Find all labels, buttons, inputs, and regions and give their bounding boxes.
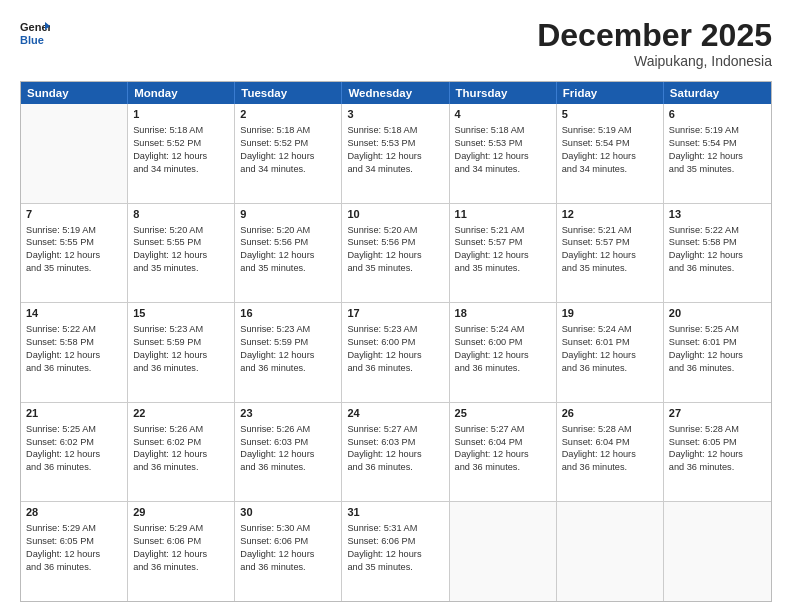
header-thursday: Thursday [450,82,557,104]
cell-info: Sunrise: 5:28 AMSunset: 6:04 PMDaylight:… [562,423,658,475]
cell-info: Sunrise: 5:18 AMSunset: 5:53 PMDaylight:… [347,124,443,176]
cell-info: Sunrise: 5:31 AMSunset: 6:06 PMDaylight:… [347,522,443,574]
empty-cell-0-0 [21,104,128,203]
cell-info: Sunrise: 5:26 AMSunset: 6:02 PMDaylight:… [133,423,229,475]
day-number: 1 [133,107,229,122]
day-number: 20 [669,306,766,321]
day-number: 21 [26,406,122,421]
title-block: December 2025 Waipukang, Indonesia [537,18,772,69]
day-19: 19Sunrise: 5:24 AMSunset: 6:01 PMDayligh… [557,303,664,402]
day-6: 6Sunrise: 5:19 AMSunset: 5:54 PMDaylight… [664,104,771,203]
calendar: SundayMondayTuesdayWednesdayThursdayFrid… [20,81,772,602]
cell-info: Sunrise: 5:18 AMSunset: 5:53 PMDaylight:… [455,124,551,176]
day-5: 5Sunrise: 5:19 AMSunset: 5:54 PMDaylight… [557,104,664,203]
day-number: 10 [347,207,443,222]
day-number: 7 [26,207,122,222]
day-23: 23Sunrise: 5:26 AMSunset: 6:03 PMDayligh… [235,403,342,502]
cell-info: Sunrise: 5:23 AMSunset: 5:59 PMDaylight:… [240,323,336,375]
header-sunday: Sunday [21,82,128,104]
week-row-3: 14Sunrise: 5:22 AMSunset: 5:58 PMDayligh… [21,303,771,403]
day-number: 30 [240,505,336,520]
day-31: 31Sunrise: 5:31 AMSunset: 6:06 PMDayligh… [342,502,449,601]
cell-info: Sunrise: 5:25 AMSunset: 6:01 PMDaylight:… [669,323,766,375]
empty-cell-4-5 [557,502,664,601]
day-number: 19 [562,306,658,321]
day-number: 9 [240,207,336,222]
day-7: 7Sunrise: 5:19 AMSunset: 5:55 PMDaylight… [21,204,128,303]
cell-info: Sunrise: 5:19 AMSunset: 5:54 PMDaylight:… [669,124,766,176]
week-row-2: 7Sunrise: 5:19 AMSunset: 5:55 PMDaylight… [21,204,771,304]
day-number: 12 [562,207,658,222]
day-17: 17Sunrise: 5:23 AMSunset: 6:00 PMDayligh… [342,303,449,402]
day-28: 28Sunrise: 5:29 AMSunset: 6:05 PMDayligh… [21,502,128,601]
day-number: 4 [455,107,551,122]
location: Waipukang, Indonesia [537,53,772,69]
day-10: 10Sunrise: 5:20 AMSunset: 5:56 PMDayligh… [342,204,449,303]
day-number: 18 [455,306,551,321]
day-number: 28 [26,505,122,520]
day-1: 1Sunrise: 5:18 AMSunset: 5:52 PMDaylight… [128,104,235,203]
day-number: 14 [26,306,122,321]
day-number: 11 [455,207,551,222]
day-number: 13 [669,207,766,222]
cell-info: Sunrise: 5:21 AMSunset: 5:57 PMDaylight:… [562,224,658,276]
day-number: 15 [133,306,229,321]
day-number: 17 [347,306,443,321]
day-29: 29Sunrise: 5:29 AMSunset: 6:06 PMDayligh… [128,502,235,601]
month-title: December 2025 [537,18,772,53]
cell-info: Sunrise: 5:20 AMSunset: 5:56 PMDaylight:… [347,224,443,276]
day-number: 3 [347,107,443,122]
day-22: 22Sunrise: 5:26 AMSunset: 6:02 PMDayligh… [128,403,235,502]
cell-info: Sunrise: 5:22 AMSunset: 5:58 PMDaylight:… [669,224,766,276]
cell-info: Sunrise: 5:18 AMSunset: 5:52 PMDaylight:… [133,124,229,176]
week-row-4: 21Sunrise: 5:25 AMSunset: 6:02 PMDayligh… [21,403,771,503]
day-13: 13Sunrise: 5:22 AMSunset: 5:58 PMDayligh… [664,204,771,303]
day-number: 25 [455,406,551,421]
header-monday: Monday [128,82,235,104]
cell-info: Sunrise: 5:27 AMSunset: 6:04 PMDaylight:… [455,423,551,475]
day-16: 16Sunrise: 5:23 AMSunset: 5:59 PMDayligh… [235,303,342,402]
day-4: 4Sunrise: 5:18 AMSunset: 5:53 PMDaylight… [450,104,557,203]
day-number: 31 [347,505,443,520]
logo: General Blue [20,18,50,48]
cell-info: Sunrise: 5:20 AMSunset: 5:56 PMDaylight:… [240,224,336,276]
day-12: 12Sunrise: 5:21 AMSunset: 5:57 PMDayligh… [557,204,664,303]
page-header: General Blue December 2025 Waipukang, In… [20,18,772,69]
cell-info: Sunrise: 5:19 AMSunset: 5:54 PMDaylight:… [562,124,658,176]
day-15: 15Sunrise: 5:23 AMSunset: 5:59 PMDayligh… [128,303,235,402]
day-number: 22 [133,406,229,421]
day-number: 6 [669,107,766,122]
cell-info: Sunrise: 5:20 AMSunset: 5:55 PMDaylight:… [133,224,229,276]
svg-text:Blue: Blue [20,34,44,46]
day-number: 2 [240,107,336,122]
cell-info: Sunrise: 5:30 AMSunset: 6:06 PMDaylight:… [240,522,336,574]
week-row-1: 1Sunrise: 5:18 AMSunset: 5:52 PMDaylight… [21,104,771,204]
logo-svg: General Blue [20,18,50,48]
day-27: 27Sunrise: 5:28 AMSunset: 6:05 PMDayligh… [664,403,771,502]
header-tuesday: Tuesday [235,82,342,104]
calendar-header: SundayMondayTuesdayWednesdayThursdayFrid… [21,82,771,104]
day-number: 27 [669,406,766,421]
day-26: 26Sunrise: 5:28 AMSunset: 6:04 PMDayligh… [557,403,664,502]
day-number: 24 [347,406,443,421]
header-friday: Friday [557,82,664,104]
calendar-body: 1Sunrise: 5:18 AMSunset: 5:52 PMDaylight… [21,104,771,601]
cell-info: Sunrise: 5:24 AMSunset: 6:01 PMDaylight:… [562,323,658,375]
day-20: 20Sunrise: 5:25 AMSunset: 6:01 PMDayligh… [664,303,771,402]
day-3: 3Sunrise: 5:18 AMSunset: 5:53 PMDaylight… [342,104,449,203]
week-row-5: 28Sunrise: 5:29 AMSunset: 6:05 PMDayligh… [21,502,771,601]
cell-info: Sunrise: 5:29 AMSunset: 6:05 PMDaylight:… [26,522,122,574]
cell-info: Sunrise: 5:19 AMSunset: 5:55 PMDaylight:… [26,224,122,276]
day-number: 26 [562,406,658,421]
cell-info: Sunrise: 5:18 AMSunset: 5:52 PMDaylight:… [240,124,336,176]
cell-info: Sunrise: 5:21 AMSunset: 5:57 PMDaylight:… [455,224,551,276]
day-number: 16 [240,306,336,321]
cell-info: Sunrise: 5:28 AMSunset: 6:05 PMDaylight:… [669,423,766,475]
cell-info: Sunrise: 5:22 AMSunset: 5:58 PMDaylight:… [26,323,122,375]
day-14: 14Sunrise: 5:22 AMSunset: 5:58 PMDayligh… [21,303,128,402]
cell-info: Sunrise: 5:26 AMSunset: 6:03 PMDaylight:… [240,423,336,475]
cell-info: Sunrise: 5:29 AMSunset: 6:06 PMDaylight:… [133,522,229,574]
day-8: 8Sunrise: 5:20 AMSunset: 5:55 PMDaylight… [128,204,235,303]
day-18: 18Sunrise: 5:24 AMSunset: 6:00 PMDayligh… [450,303,557,402]
day-2: 2Sunrise: 5:18 AMSunset: 5:52 PMDaylight… [235,104,342,203]
